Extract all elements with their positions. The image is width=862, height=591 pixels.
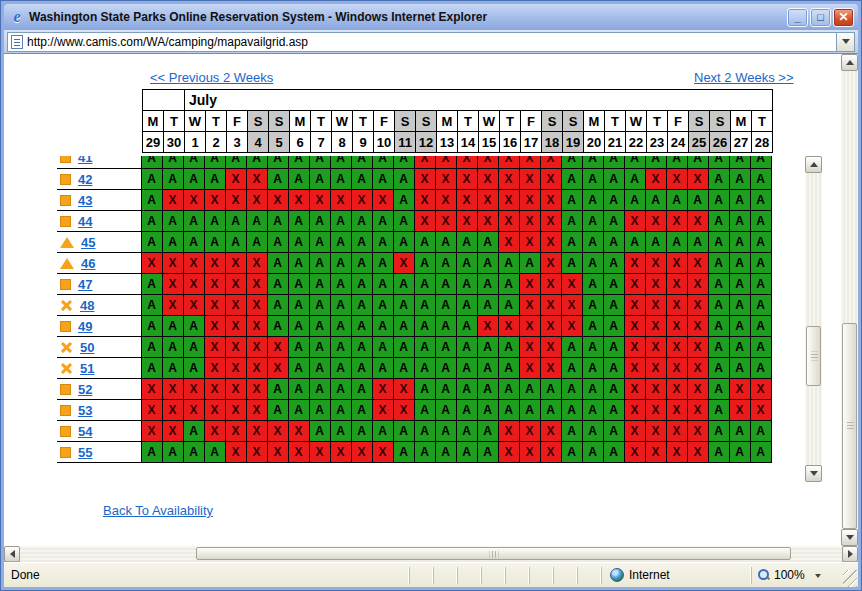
available-cell[interactable]: A xyxy=(750,274,771,295)
site-number-link[interactable]: 51 xyxy=(80,361,94,376)
available-cell[interactable]: A xyxy=(414,274,435,295)
available-cell[interactable]: A xyxy=(309,400,330,421)
available-cell[interactable]: A xyxy=(456,442,477,463)
available-cell[interactable]: A xyxy=(351,274,372,295)
unavailable-cell[interactable]: X xyxy=(456,190,477,211)
scroll-thumb[interactable] xyxy=(806,326,821,386)
available-cell[interactable]: A xyxy=(162,337,183,358)
available-cell[interactable]: A xyxy=(141,169,162,190)
available-cell[interactable]: A xyxy=(141,156,162,169)
previous-weeks-link[interactable]: << Previous 2 Weeks xyxy=(150,70,273,85)
available-cell[interactable]: A xyxy=(309,169,330,190)
available-cell[interactable]: A xyxy=(603,190,624,211)
unavailable-cell[interactable]: X xyxy=(519,358,540,379)
available-cell[interactable]: A xyxy=(456,274,477,295)
available-cell[interactable]: A xyxy=(141,274,162,295)
unavailable-cell[interactable]: X xyxy=(687,442,708,463)
available-cell[interactable]: A xyxy=(456,358,477,379)
unavailable-cell[interactable]: X xyxy=(519,232,540,253)
available-cell[interactable]: A xyxy=(288,232,309,253)
unavailable-cell[interactable]: X xyxy=(225,337,246,358)
available-cell[interactable]: A xyxy=(729,169,750,190)
available-cell[interactable]: A xyxy=(330,169,351,190)
available-cell[interactable]: A xyxy=(288,316,309,337)
unavailable-cell[interactable]: X xyxy=(498,316,519,337)
unavailable-cell[interactable]: X xyxy=(540,442,561,463)
available-cell[interactable]: A xyxy=(309,274,330,295)
unavailable-cell[interactable]: X xyxy=(540,169,561,190)
unavailable-cell[interactable]: X xyxy=(372,379,393,400)
available-cell[interactable]: A xyxy=(372,337,393,358)
unavailable-cell[interactable]: X xyxy=(288,190,309,211)
available-cell[interactable]: A xyxy=(708,169,729,190)
available-cell[interactable]: A xyxy=(456,379,477,400)
available-cell[interactable]: A xyxy=(372,211,393,232)
available-cell[interactable]: A xyxy=(372,421,393,442)
unavailable-cell[interactable]: X xyxy=(519,442,540,463)
available-cell[interactable]: A xyxy=(582,442,603,463)
unavailable-cell[interactable]: X xyxy=(225,400,246,421)
available-cell[interactable]: A xyxy=(708,253,729,274)
unavailable-cell[interactable]: X xyxy=(666,274,687,295)
available-cell[interactable]: A xyxy=(414,442,435,463)
available-cell[interactable]: A xyxy=(267,253,288,274)
available-cell[interactable]: A xyxy=(162,232,183,253)
site-number-link[interactable]: 52 xyxy=(78,382,92,397)
available-cell[interactable]: A xyxy=(624,169,645,190)
maximize-button[interactable]: □ xyxy=(810,8,831,27)
scroll-track[interactable] xyxy=(805,173,822,465)
scroll-down-button[interactable] xyxy=(805,465,822,482)
unavailable-cell[interactable]: X xyxy=(750,400,771,421)
available-cell[interactable]: A xyxy=(435,379,456,400)
resize-grip-icon[interactable] xyxy=(843,570,857,587)
available-cell[interactable]: A xyxy=(267,295,288,316)
minimize-button[interactable]: _ xyxy=(787,8,808,27)
available-cell[interactable]: A xyxy=(267,169,288,190)
available-cell[interactable]: A xyxy=(582,169,603,190)
available-cell[interactable]: A xyxy=(330,295,351,316)
available-cell[interactable]: A xyxy=(729,232,750,253)
unavailable-cell[interactable]: X xyxy=(624,274,645,295)
available-cell[interactable]: A xyxy=(498,358,519,379)
available-cell[interactable]: A xyxy=(435,274,456,295)
unavailable-cell[interactable]: X xyxy=(666,169,687,190)
unavailable-cell[interactable]: X xyxy=(624,295,645,316)
unavailable-cell[interactable]: X xyxy=(309,442,330,463)
unavailable-cell[interactable]: X xyxy=(414,169,435,190)
unavailable-cell[interactable]: X xyxy=(477,316,498,337)
available-cell[interactable]: A xyxy=(624,232,645,253)
unavailable-cell[interactable]: X xyxy=(624,379,645,400)
unavailable-cell[interactable]: X xyxy=(183,295,204,316)
available-cell[interactable]: A xyxy=(351,400,372,421)
available-cell[interactable]: A xyxy=(729,442,750,463)
available-cell[interactable]: A xyxy=(351,358,372,379)
available-cell[interactable]: A xyxy=(603,211,624,232)
available-cell[interactable]: A xyxy=(498,337,519,358)
available-cell[interactable]: A xyxy=(477,400,498,421)
available-cell[interactable]: A xyxy=(393,358,414,379)
unavailable-cell[interactable]: X xyxy=(519,190,540,211)
unavailable-cell[interactable]: X xyxy=(645,442,666,463)
unavailable-cell[interactable]: X xyxy=(225,316,246,337)
unavailable-cell[interactable]: X xyxy=(498,211,519,232)
available-cell[interactable]: A xyxy=(603,295,624,316)
unavailable-cell[interactable]: X xyxy=(162,379,183,400)
unavailable-cell[interactable]: X xyxy=(141,253,162,274)
available-cell[interactable]: A xyxy=(645,190,666,211)
available-cell[interactable]: A xyxy=(330,400,351,421)
unavailable-cell[interactable]: X xyxy=(204,358,225,379)
unavailable-cell[interactable]: X xyxy=(645,169,666,190)
unavailable-cell[interactable]: X xyxy=(225,442,246,463)
available-cell[interactable]: A xyxy=(498,274,519,295)
available-cell[interactable]: A xyxy=(183,156,204,169)
unavailable-cell[interactable]: X xyxy=(162,274,183,295)
available-cell[interactable]: A xyxy=(393,232,414,253)
unavailable-cell[interactable]: X xyxy=(687,211,708,232)
available-cell[interactable]: A xyxy=(750,337,771,358)
unavailable-cell[interactable]: X xyxy=(687,316,708,337)
unavailable-cell[interactable]: X xyxy=(519,169,540,190)
available-cell[interactable]: A xyxy=(729,190,750,211)
available-cell[interactable]: A xyxy=(204,169,225,190)
available-cell[interactable]: A xyxy=(372,316,393,337)
unavailable-cell[interactable]: X xyxy=(540,232,561,253)
